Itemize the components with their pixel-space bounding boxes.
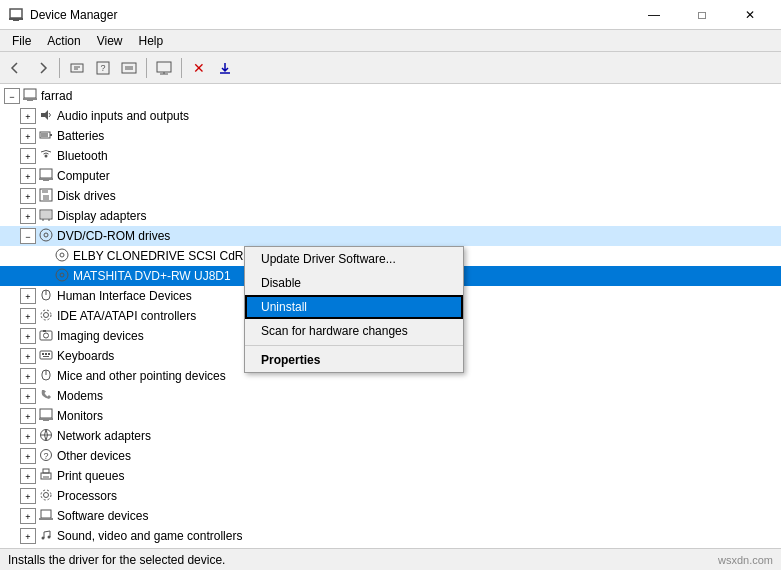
tree-expand-toggle[interactable]: + — [20, 368, 36, 384]
tree-expand-toggle[interactable]: + — [20, 408, 36, 424]
tree-expand-toggle[interactable]: + — [20, 288, 36, 304]
tree-item-label: Modems — [57, 389, 103, 403]
tree-item[interactable]: +Audio inputs and outputs — [0, 106, 781, 126]
svg-point-66 — [42, 537, 45, 540]
tree-item[interactable]: +Disk drives — [0, 186, 781, 206]
tree-expand-toggle[interactable]: + — [20, 328, 36, 344]
device-icon — [38, 428, 54, 444]
menu-bar: FileActionViewHelp — [0, 30, 781, 52]
tree-item[interactable]: −DVD/CD-ROM drives — [0, 226, 781, 246]
close-button[interactable]: ✕ — [727, 0, 773, 30]
menu-item-view[interactable]: View — [89, 32, 131, 50]
tree-expand-toggle[interactable]: + — [20, 128, 36, 144]
tree-expand-toggle[interactable]: + — [20, 388, 36, 404]
tree-expand-toggle[interactable]: − — [20, 228, 36, 244]
tree-item[interactable]: +?Other devices — [0, 446, 781, 466]
update-driver-toolbar-button[interactable]: ? — [91, 56, 115, 80]
tree-expand-toggle[interactable]: + — [20, 428, 36, 444]
tree-item-label: Print queues — [57, 469, 124, 483]
tree-item-label: Batteries — [57, 129, 104, 143]
tree-expand-toggle[interactable]: − — [4, 88, 20, 104]
tree-expand-toggle[interactable]: + — [20, 108, 36, 124]
svg-point-62 — [44, 493, 49, 498]
device-icon — [38, 508, 54, 524]
context-menu-item-scan[interactable]: Scan for hardware changes — [245, 319, 463, 343]
svg-rect-29 — [41, 211, 51, 218]
tree-item[interactable]: +Bluetooth — [0, 146, 781, 166]
menu-item-action[interactable]: Action — [39, 32, 88, 50]
window-title: Device Manager — [30, 8, 631, 22]
device-icon — [38, 368, 54, 384]
svg-rect-42 — [40, 331, 52, 340]
minimize-button[interactable]: — — [631, 0, 677, 30]
device-icon: ? — [38, 448, 54, 464]
tree-expand-toggle[interactable]: + — [20, 468, 36, 484]
tree-item[interactable]: +Batteries — [0, 126, 781, 146]
back-button[interactable] — [4, 56, 28, 80]
context-menu-item-properties[interactable]: Properties — [245, 348, 463, 372]
tree-expand-toggle[interactable]: + — [20, 488, 36, 504]
properties-toolbar-button[interactable] — [65, 56, 89, 80]
svg-rect-23 — [39, 178, 53, 180]
tree-expand-toggle[interactable]: + — [20, 188, 36, 204]
svg-point-43 — [44, 333, 49, 338]
context-menu-item-disable[interactable]: Disable — [245, 271, 463, 295]
device-icon — [38, 348, 54, 364]
tree-item[interactable]: +Display adapters — [0, 206, 781, 226]
svg-rect-46 — [42, 353, 44, 355]
tree-item-label: Display adapters — [57, 209, 146, 223]
svg-rect-20 — [41, 133, 48, 137]
device-icon — [38, 228, 54, 244]
tree-item-label: DVD/CD-ROM drives — [57, 229, 170, 243]
display-devices-toolbar-button[interactable] — [152, 56, 176, 80]
svg-rect-22 — [40, 169, 52, 178]
scan-hardware-toolbar-button[interactable] — [117, 56, 141, 80]
download-toolbar-button[interactable] — [213, 56, 237, 80]
tree-item[interactable]: +Software devices — [0, 506, 781, 526]
tree-item[interactable]: +Modems — [0, 386, 781, 406]
svg-rect-26 — [42, 189, 48, 193]
tree-expand-toggle[interactable]: + — [20, 448, 36, 464]
context-menu-item-uninstall[interactable]: Uninstall — [245, 295, 463, 319]
forward-button[interactable] — [30, 56, 54, 80]
menu-item-help[interactable]: Help — [131, 32, 172, 50]
svg-point-40 — [44, 313, 49, 318]
tree-item[interactable]: +Storage controllers — [0, 546, 781, 548]
tree-expand-toggle[interactable]: + — [20, 148, 36, 164]
device-icon — [54, 248, 70, 264]
svg-rect-16 — [27, 100, 33, 101]
tree-item[interactable]: +Processors — [0, 486, 781, 506]
tree-expand-toggle[interactable]: + — [20, 308, 36, 324]
svg-rect-3 — [71, 64, 83, 72]
device-icon — [38, 108, 54, 124]
svg-point-37 — [60, 273, 64, 277]
svg-rect-27 — [43, 195, 49, 200]
maximize-button[interactable]: □ — [679, 0, 725, 30]
svg-rect-47 — [45, 353, 47, 355]
tree-item[interactable]: −farrad — [0, 86, 781, 106]
svg-rect-64 — [41, 510, 51, 518]
tree-expand-toggle[interactable]: + — [20, 508, 36, 524]
svg-point-36 — [56, 269, 68, 281]
tree-expand-toggle[interactable]: + — [20, 168, 36, 184]
tree-item[interactable]: +Network adapters — [0, 426, 781, 446]
tree-item[interactable]: +Monitors — [0, 406, 781, 426]
device-icon — [38, 168, 54, 184]
device-icon — [54, 268, 70, 284]
context-menu-item-update-driver[interactable]: Update Driver Software... — [245, 247, 463, 271]
svg-rect-14 — [24, 89, 36, 98]
svg-point-35 — [60, 253, 64, 257]
tree-item[interactable]: +Computer — [0, 166, 781, 186]
tree-expand-toggle[interactable]: + — [20, 528, 36, 544]
tree-item[interactable]: +Print queues — [0, 466, 781, 486]
tree-item-label: Audio inputs and outputs — [57, 109, 189, 123]
menu-item-file[interactable]: File — [4, 32, 39, 50]
tree-item-label: Human Interface Devices — [57, 289, 192, 303]
delete-toolbar-button[interactable]: ✕ — [187, 56, 211, 80]
window-controls: — □ ✕ — [631, 0, 773, 30]
toolbar-separator-1 — [59, 58, 60, 78]
svg-point-63 — [41, 490, 51, 500]
tree-expand-toggle[interactable]: + — [20, 208, 36, 224]
tree-expand-toggle[interactable]: + — [20, 348, 36, 364]
tree-item[interactable]: +Sound, video and game controllers — [0, 526, 781, 546]
